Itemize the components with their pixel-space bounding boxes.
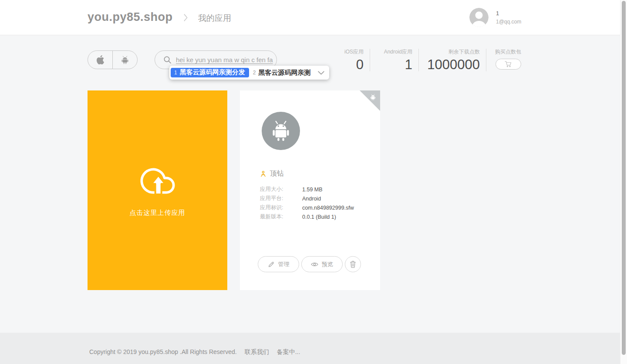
contact-us-link[interactable]: 联系我们 xyxy=(245,348,269,356)
search-icon xyxy=(163,56,172,64)
app-name-row: 顶钻 xyxy=(260,169,284,178)
user-name: 1 xyxy=(496,10,499,17)
footer: Copyright © 2019 you.py85.shop .All Righ… xyxy=(0,333,627,364)
apple-icon xyxy=(96,55,105,64)
trash-icon xyxy=(350,260,356,268)
avatar[interactable] xyxy=(469,8,489,27)
buy-points-button[interactable] xyxy=(496,59,521,70)
ios-filter-button[interactable] xyxy=(88,51,112,69)
manage-label: 管理 xyxy=(278,260,290,268)
detail-value: com.n849892999.sfw xyxy=(302,205,354,211)
candidate-text: 黑客云源码网亲测 xyxy=(258,69,310,77)
app-details: 应用大小: 1.59 MB 应用平台: Android 应用标识: com.n8… xyxy=(260,185,354,221)
ime-candidate-1[interactable]: 1 黑客云源码网亲测分发 xyxy=(171,68,249,77)
upload-app-card[interactable]: 点击这里上传应用 xyxy=(88,90,227,290)
breadcrumb-chevron-icon xyxy=(183,13,188,22)
eye-icon xyxy=(311,262,318,267)
preview-label: 预览 xyxy=(322,260,333,268)
android-filter-button[interactable] xyxy=(112,51,137,69)
detail-value: 1.59 MB xyxy=(302,187,323,193)
ime-candidate-popup: 1 黑客云源码网亲测分发 2 黑客云源码网亲测 xyxy=(169,66,329,80)
detail-value: Android xyxy=(302,196,321,202)
stat-download-points: 剩余下载点数 1000000 xyxy=(419,49,486,71)
person-icon xyxy=(260,170,266,177)
stat-label: 剩余下载点数 xyxy=(419,49,480,55)
detail-label: 应用标识: xyxy=(260,204,302,211)
site-logo[interactable]: you.py85.shop xyxy=(88,10,173,24)
platform-toggle xyxy=(88,50,138,69)
app-icon xyxy=(262,112,300,150)
app-name: 顶钻 xyxy=(270,169,284,178)
detail-label: 最新版本: xyxy=(260,213,302,220)
android-icon xyxy=(121,56,129,64)
app-actions: 管理 预览 xyxy=(258,256,361,272)
manage-button[interactable]: 管理 xyxy=(258,256,299,272)
chevron-down-icon[interactable] xyxy=(317,70,325,75)
icp-filing-link[interactable]: 备案中... xyxy=(277,348,300,356)
stats-bar: iOS应用 0 Android应用 1 剩余下载点数 1000000 购买点数包 xyxy=(305,49,530,71)
android-icon xyxy=(370,94,376,100)
stat-value: 1000000 xyxy=(419,58,480,71)
detail-row: 应用标识: com.n849892999.sfw xyxy=(260,203,354,212)
stat-buy-points: 购买点数包 xyxy=(486,49,530,71)
scrollbar-track[interactable] xyxy=(620,0,627,364)
delete-button[interactable] xyxy=(345,256,361,272)
ime-candidate-2[interactable]: 2 黑客云源码网亲测 xyxy=(253,69,311,77)
stat-label: Android应用 xyxy=(370,49,412,55)
search-composition-text: hei ke yun yuan ma w qin c fen fa xyxy=(176,56,273,63)
detail-row: 最新版本: 0.0.1 (Build 1) xyxy=(260,212,354,221)
candidate-index: 2 xyxy=(253,70,256,76)
cart-icon xyxy=(505,61,512,67)
app-card: 顶钻 应用大小: 1.59 MB 应用平台: Android 应用标识: com… xyxy=(240,90,380,290)
detail-row: 应用大小: 1.59 MB xyxy=(260,185,354,194)
header: you.py85.shop 我的应用 1 1@qq.com xyxy=(0,0,627,35)
user-email: 1@qq.com xyxy=(496,19,521,25)
stat-label: 购买点数包 xyxy=(486,49,530,55)
scrollbar-thumb[interactable] xyxy=(622,1,626,355)
detail-label: 应用大小: xyxy=(260,186,302,193)
copyright-text: Copyright © 2019 you.py85.shop .All Righ… xyxy=(89,348,237,356)
stat-android-apps: Android应用 1 xyxy=(370,49,419,71)
stat-value: 1 xyxy=(370,58,412,71)
cloud-upload-icon xyxy=(139,164,176,198)
candidate-index: 1 xyxy=(174,70,177,76)
detail-value: 0.0.1 (Build 1) xyxy=(302,214,336,220)
upload-label: 点击这里上传应用 xyxy=(88,209,227,217)
detail-row: 应用平台: Android xyxy=(260,194,354,203)
detail-label: 应用平台: xyxy=(260,195,302,202)
preview-button[interactable]: 预览 xyxy=(301,256,343,272)
pencil-icon xyxy=(268,261,275,268)
candidate-text: 黑客云源码网亲测分发 xyxy=(180,68,245,77)
stat-label: iOS应用 xyxy=(305,49,364,55)
breadcrumb-current: 我的应用 xyxy=(198,13,231,24)
